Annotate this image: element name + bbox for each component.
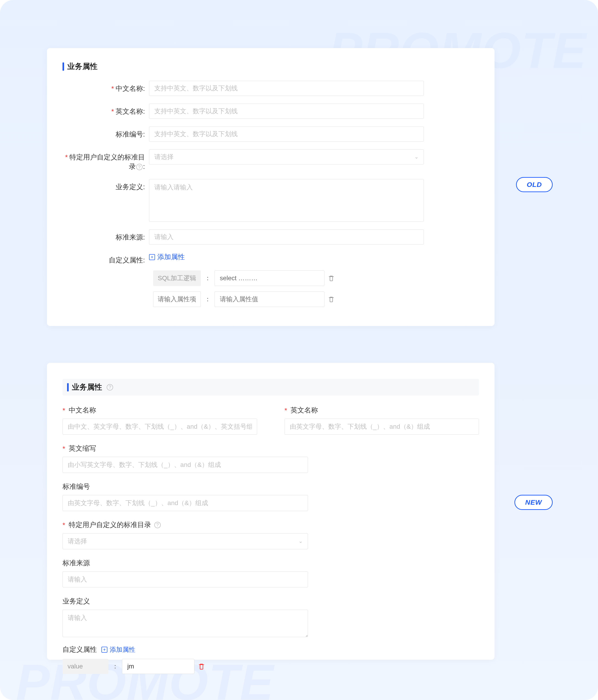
add-label: 添加属性 (110, 645, 135, 654)
chevron-down-icon: ⌄ (414, 154, 418, 160)
field-std-src: 标准来源 (63, 558, 308, 588)
input-en-name[interactable] (149, 104, 424, 119)
colon: ： (205, 295, 211, 304)
textarea-biz-def[interactable] (149, 179, 424, 222)
label-text: 标准编号: (116, 130, 145, 138)
input-cn-name[interactable] (63, 419, 257, 435)
panel-old: 业务属性 *中文名称: *英文名称: 标准编号: *特定用户自定义的标准目录?:… (47, 48, 495, 326)
select-user-dir[interactable]: 请选择 ⌄ (149, 149, 424, 165)
colon: ： (205, 274, 211, 282)
trash-icon[interactable] (328, 296, 334, 302)
label-en-name: *英文名称 (285, 406, 479, 415)
help-icon[interactable]: ? (107, 384, 113, 391)
label-text: 特定用户自定义的标准目录 (69, 153, 145, 170)
section-header-old: 业务属性 (63, 61, 479, 72)
label-text: 自定义属性: (109, 256, 145, 264)
label-text: 特定用户自定义的标准目录 (69, 520, 151, 530)
label-text: 业务定义 (63, 597, 90, 606)
custom-header: 自定义属性 + 添加属性 (63, 645, 479, 654)
label-text: 中文名称 (69, 406, 96, 415)
label-user-dir: *特定用户自定义的标准目录?: (63, 149, 149, 171)
label-biz-def: 业务定义 (63, 597, 308, 606)
input-en-name[interactable] (285, 419, 479, 435)
required-mark: * (285, 406, 287, 414)
custom-key-0[interactable] (153, 270, 201, 286)
badge-old: OLD (516, 177, 553, 192)
input-std-src[interactable] (63, 571, 308, 588)
plus-icon: + (149, 254, 155, 260)
required-mark: * (111, 107, 114, 115)
add-property-link[interactable]: + 添加属性 (101, 645, 135, 654)
field-user-dir: *特定用户自定义的标准目录? 请选择 ⌄ (63, 520, 308, 549)
chevron-down-icon: ⌄ (298, 538, 303, 544)
label-cn-name: *中文名称 (63, 406, 257, 415)
label-custom: 自定义属性: (63, 252, 149, 265)
label-en-abbr: *英文缩写 (63, 444, 308, 453)
section-title: 业务属性 (67, 61, 98, 72)
section-bar-icon (63, 62, 64, 71)
trash-icon[interactable] (328, 275, 334, 281)
required-mark: * (111, 85, 114, 92)
label-std-src: 标准来源 (63, 558, 308, 568)
select-placeholder: 请选择 (154, 153, 173, 161)
label-text: 中文名称: (116, 85, 145, 92)
field-en-abbr: *英文缩写 (63, 444, 308, 473)
label-text: 业务定义: (116, 183, 145, 191)
section-header-new: 业务属性 ? (63, 379, 479, 396)
help-icon[interactable]: ? (136, 164, 143, 170)
label-text: 英文名称: (116, 107, 145, 115)
colon: : (143, 162, 145, 170)
label-biz-def: 业务定义: (63, 179, 149, 192)
label-text: 英文缩写 (69, 444, 96, 453)
row-std-src: 标准来源: (63, 229, 479, 245)
input-std-code[interactable] (149, 126, 424, 142)
badge-new: NEW (515, 495, 553, 510)
label-cn-name: *中文名称: (63, 81, 149, 93)
custom-val-0[interactable] (215, 270, 325, 286)
label-text: 标准来源 (63, 558, 90, 568)
input-cn-name[interactable] (149, 81, 424, 96)
canvas: PROMOTE PROMOTE 业务属性 *中文名称: *英文名称: 标准编号:… (0, 0, 598, 700)
custom-val[interactable] (122, 659, 194, 674)
select-placeholder: 请选择 (68, 537, 87, 546)
input-std-src[interactable] (149, 229, 424, 245)
help-icon[interactable]: ? (154, 522, 161, 528)
textarea-biz-def[interactable] (63, 610, 308, 637)
input-std-code[interactable] (63, 495, 308, 511)
required-mark: * (63, 406, 65, 414)
row-std-code: 标准编号: (63, 126, 479, 142)
form-grid-new: *中文名称 *英文名称 *英文缩写 标准编号 *特定用户自定义的标准目录? 请选… (63, 406, 479, 637)
input-en-abbr[interactable] (63, 457, 308, 473)
row-user-dir: *特定用户自定义的标准目录?: 请选择 ⌄ (63, 149, 479, 171)
field-cn-name: *中文名称 (63, 406, 257, 435)
custom-key-1[interactable] (153, 292, 201, 307)
label-text: 标准来源: (116, 233, 145, 241)
custom-val-1[interactable] (215, 292, 325, 307)
field-std-code: 标准编号 (63, 482, 308, 511)
label-std-code: 标准编号: (63, 126, 149, 139)
row-custom: 自定义属性: + 添加属性 (63, 252, 479, 265)
label-std-code: 标准编号 (63, 482, 308, 491)
select-user-dir[interactable]: 请选择 ⌄ (63, 533, 308, 549)
trash-icon[interactable] (198, 663, 205, 670)
colon: ： (112, 662, 118, 671)
field-biz-def: 业务定义 (63, 597, 308, 637)
field-en-name: *英文名称 (285, 406, 479, 435)
plus-icon: + (101, 647, 107, 653)
row-cn-name: *中文名称: (63, 81, 479, 96)
custom-key[interactable] (63, 659, 108, 674)
custom-row: ： (63, 659, 479, 674)
custom-row-1: ： (153, 292, 479, 307)
label-text: 自定义属性 (63, 645, 97, 654)
add-property-link[interactable]: + 添加属性 (149, 252, 185, 262)
required-mark: * (63, 521, 65, 529)
label-text: 英文名称 (290, 406, 318, 415)
label-en-name: *英文名称: (63, 104, 149, 116)
panel-new: 业务属性 ? *中文名称 *英文名称 *英文缩写 标准编号 *特定用户自定义的标… (47, 363, 495, 660)
label-user-dir: *特定用户自定义的标准目录? (63, 520, 308, 530)
row-en-name: *英文名称: (63, 104, 479, 119)
section-bar-icon (67, 383, 69, 392)
custom-row-0: ： (153, 270, 479, 286)
required-mark: * (65, 153, 68, 161)
add-label: 添加属性 (157, 252, 185, 262)
